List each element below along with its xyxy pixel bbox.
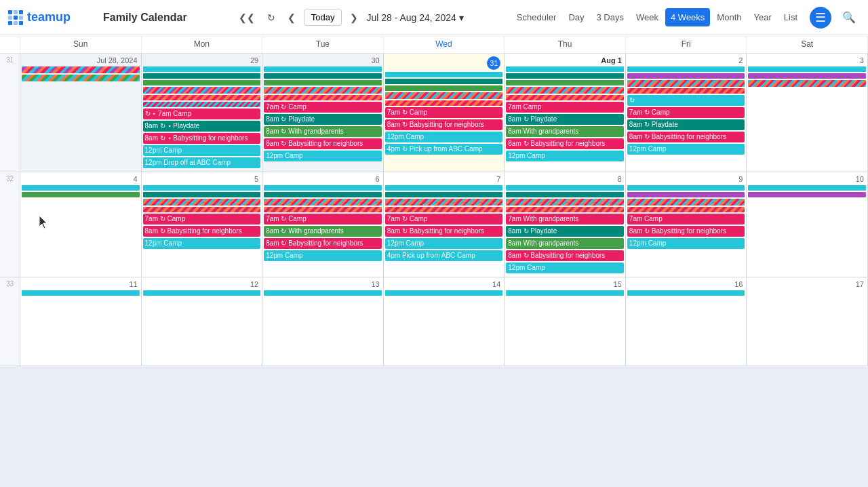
band1[interactable] — [143, 185, 261, 191]
band2[interactable] — [506, 73, 624, 79]
band-teal[interactable] — [143, 73, 261, 79]
day-cell-jul28[interactable]: Jul 28, 2024 — [20, 54, 142, 172]
band2[interactable] — [264, 192, 382, 197]
evt-babysitting-8am[interactable]: 8am ↻ ⋆ Babysitting for neighbors — [143, 133, 261, 144]
day-cell-17[interactable]: 17 — [747, 277, 868, 366]
all-day-band2[interactable] — [22, 75, 140, 81]
band1[interactable] — [506, 185, 624, 191]
evt-8am-playdate[interactable]: 8am ↻ Playdate — [506, 226, 624, 237]
band-cyan[interactable] — [143, 66, 261, 72]
band-striped2[interactable] — [627, 207, 745, 212]
day-cell-9[interactable]: 9 7am Camp 8am ↻ Babysitting for neighbo… — [626, 172, 747, 277]
evt-12pm-camp[interactable]: 12pm Camp — [627, 238, 745, 249]
band2[interactable] — [143, 192, 261, 197]
evt-refresh1[interactable]: ↻ — [627, 95, 745, 106]
evt-dropoff-12pm[interactable]: 12pm Drop off at ABC Camp — [143, 157, 261, 168]
evt-7am-camp[interactable]: 7am ↻ Camp — [143, 214, 261, 225]
evt-7am-camp[interactable]: 7am Camp — [506, 102, 624, 113]
band-striped[interactable] — [506, 199, 624, 206]
band1[interactable] — [627, 185, 745, 191]
evt-8am-grandparents[interactable]: 8am With grandparents — [506, 238, 624, 249]
band3[interactable] — [385, 85, 503, 91]
band3[interactable] — [264, 80, 382, 85]
band-striped[interactable] — [264, 87, 382, 94]
view-day-button[interactable]: Day — [563, 8, 589, 26]
day-cell-31[interactable]: 31 7am ↻ Camp 8am ↻ Babysitting for neig… — [384, 54, 505, 172]
day-cell-30[interactable]: 30 7am ↻ Camp 8am ↻ Playdate 8am ↻ With … — [262, 54, 384, 172]
view-3days-button[interactable]: 3 Days — [591, 8, 629, 26]
day-cell-5[interactable]: 5 7am ↻ Camp 8am ↻ Babysitting for neigh… — [142, 172, 263, 277]
day-cell-12[interactable]: 12 — [142, 277, 263, 366]
day-cell-14[interactable]: 14 — [384, 277, 505, 366]
evt-8am-babysitting-wed[interactable]: 8am ↻ Babysitting for neighbors — [385, 226, 503, 237]
evt-8am-grandparents[interactable]: 8am ↻ With grandparents — [264, 126, 382, 137]
day-cell-29[interactable]: 29 ↻ ⋆ 7am Camp 8am ↻ ⋆ Playdate 8am ↻ ⋆… — [142, 54, 263, 172]
day-cell-13[interactable]: 13 — [262, 277, 384, 366]
refresh-button[interactable]: ↻ — [263, 9, 279, 26]
view-list-button[interactable]: List — [778, 8, 803, 26]
nav-next-button[interactable]: ❯ — [346, 9, 362, 26]
band1[interactable] — [264, 290, 382, 296]
band3[interactable] — [506, 80, 624, 85]
band-striped[interactable] — [627, 199, 745, 206]
band-striped2[interactable] — [264, 95, 382, 100]
view-scheduler-button[interactable]: Scheduler — [511, 8, 562, 26]
band-striped3[interactable] — [143, 102, 261, 107]
band1[interactable] — [506, 290, 624, 296]
band1[interactable] — [506, 66, 624, 72]
band-striped2[interactable] — [627, 88, 745, 94]
band1[interactable] — [264, 66, 382, 72]
day-cell-16[interactable]: 16 — [626, 277, 747, 366]
evt-7am-camp[interactable]: 7am With grandparents — [506, 214, 624, 225]
search-button[interactable]: 🔍 — [838, 8, 860, 26]
band-striped[interactable] — [627, 80, 745, 87]
band-striped[interactable] — [143, 87, 261, 94]
band1[interactable] — [748, 66, 866, 72]
all-day-band[interactable] — [22, 66, 140, 73]
date-range-display[interactable]: Jul 28 - Aug 24, 2024 ▾ — [366, 12, 463, 23]
band1[interactable] — [627, 290, 745, 296]
band-striped[interactable] — [748, 80, 866, 87]
band1[interactable] — [143, 290, 261, 296]
evt-7am-camp[interactable]: 7am ↻ Camp — [627, 107, 745, 118]
evt-8am-babysitting[interactable]: 8am ↻ Babysitting for neighbors — [506, 250, 624, 261]
evt-12pm-camp[interactable]: 12pm Camp — [385, 238, 503, 249]
evt-8am-babysitting-wed[interactable]: 8am ↻ Babysitting for neighbors — [385, 119, 503, 130]
band-striped[interactable] — [264, 199, 382, 206]
evt-8am-playdate[interactable]: 8am ↻ Playdate — [506, 114, 624, 125]
band-striped2[interactable] — [143, 95, 261, 100]
evt-7am-camp[interactable]: 7am ↻ Camp — [385, 107, 503, 118]
band2[interactable] — [627, 73, 745, 79]
evt-8am-babysitting[interactable]: 8am ↻ Babysitting for neighbors — [506, 138, 624, 149]
nav-prev-prev-button[interactable]: ❮❮ — [235, 9, 259, 26]
evt-8am-grandparents[interactable]: 8am With grandparents — [506, 126, 624, 137]
logo[interactable]: teamup — [8, 10, 96, 25]
band2[interactable] — [264, 73, 382, 79]
evt-7am-camp[interactable]: 7am ↻ Camp — [385, 214, 503, 225]
evt-8am-babysitting[interactable]: 8am ↻ Babysitting for neighbors — [143, 226, 261, 237]
main-menu-button[interactable]: ☰ — [810, 7, 831, 28]
evt-12pm-camp[interactable]: 12pm Camp — [627, 144, 745, 155]
day-cell-4[interactable]: 4 — [20, 172, 142, 277]
day-cell-6[interactable]: 6 7am ↻ Camp 8am ↻ With grandparents 8am… — [262, 172, 384, 277]
evt-playdate-8am[interactable]: 8am ↻ ⋆ Playdate — [143, 121, 261, 132]
band2[interactable] — [627, 192, 745, 197]
nav-prev-button[interactable]: ❮ — [283, 9, 300, 26]
day-cell-3[interactable]: 3 — [747, 54, 868, 172]
evt-12pm-camp[interactable]: 12pm Camp — [264, 250, 382, 261]
band1[interactable] — [264, 185, 382, 191]
evt-7am-camp[interactable]: 7am ↻ Camp — [264, 102, 382, 113]
evt-pickup[interactable]: 4pm ↻ Pick up from ABC Camp — [385, 144, 503, 155]
evt-8am-playdate[interactable]: 8am ↻ Playdate — [264, 114, 382, 125]
evt-8am-babysitting[interactable]: 8am ↻ Babysitting for neighbors — [264, 238, 382, 249]
evt-12pm-camp[interactable]: 12pm Camp — [506, 151, 624, 161]
view-week-button[interactable]: Week — [631, 8, 664, 26]
day-cell-8[interactable]: 8 7am With grandparents 8am ↻ Playdate 8… — [505, 172, 626, 277]
band2[interactable] — [385, 79, 503, 84]
band-striped2[interactable] — [264, 207, 382, 212]
band1[interactable] — [385, 72, 503, 77]
band-striped2[interactable] — [506, 95, 624, 100]
today-button[interactable]: Today — [304, 9, 342, 26]
band1[interactable] — [22, 290, 140, 296]
evt-8am-grandparents[interactable]: 8am ↻ With grandparents — [264, 226, 382, 237]
